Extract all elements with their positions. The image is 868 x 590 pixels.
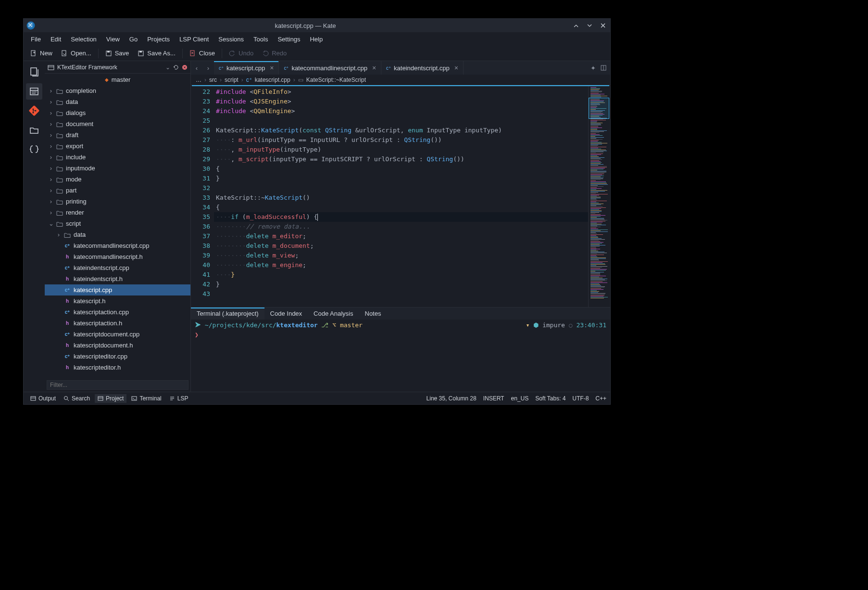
branch-name: master <box>112 76 131 83</box>
close-button[interactable] <box>599 21 607 30</box>
status-search[interactable]: Search <box>61 394 93 403</box>
language-mode[interactable]: C++ <box>595 395 606 402</box>
tree-file[interactable]: c⁺katescript.cpp <box>45 284 190 295</box>
svg-rect-9 <box>31 68 37 75</box>
menu-view[interactable]: View <box>102 34 124 45</box>
project-icon <box>48 64 54 71</box>
tree-folder[interactable]: ›include <box>45 152 190 163</box>
breadcrumb[interactable]: …› src› script› c⁺katescript.cpp› ▭KateS… <box>191 75 610 85</box>
code-content[interactable]: #include <QFileInfo>#include <QJSEngine>… <box>214 86 588 307</box>
save-button[interactable]: Save <box>101 48 133 59</box>
svg-point-25 <box>64 396 68 399</box>
tree-file[interactable]: hkatescriptaction.h <box>45 318 190 329</box>
file-tree[interactable]: ›completion›data›dialogs›document›draft›… <box>45 85 190 378</box>
tree-file[interactable]: hkatescripteditor.h <box>45 362 190 373</box>
status-terminal[interactable]: Terminal <box>128 394 164 403</box>
menu-help[interactable]: Help <box>305 34 327 45</box>
branch-bar[interactable]: ◆ master <box>45 74 190 85</box>
tree-file[interactable]: hkateindentscript.h <box>45 273 190 284</box>
tree-folder[interactable]: ›printing <box>45 196 190 207</box>
menu-edit[interactable]: Edit <box>46 34 65 45</box>
svg-rect-29 <box>132 397 137 400</box>
tree-file[interactable]: c⁺katescriptaction.cpp <box>45 307 190 318</box>
editor-tab[interactable]: c⁺katescript.cpp× <box>214 61 279 75</box>
chevron-down-icon[interactable]: ⌄ <box>165 64 170 71</box>
status-output[interactable]: Output <box>27 394 59 403</box>
save-as-button[interactable]: Save As... <box>134 48 179 59</box>
menu-projects[interactable]: Projects <box>143 34 174 45</box>
editor-tab[interactable]: c⁺katecommandlinescript.cpp× <box>279 61 381 75</box>
tree-folder[interactable]: ⌄script <box>45 218 190 229</box>
locale[interactable]: en_US <box>511 395 528 402</box>
bottom-tab[interactable]: Notes <box>359 308 387 320</box>
indent-settings[interactable]: Soft Tabs: 4 <box>535 395 566 402</box>
minimize-button[interactable] <box>572 21 580 30</box>
tree-folder[interactable]: ›inputmode <box>45 163 190 174</box>
bottom-tab[interactable]: Code Analysis <box>308 308 359 320</box>
terminal-panel[interactable]: ⮞ ~/projects/kde/src/ktexteditor ⎇ ⌥ mas… <box>191 320 610 392</box>
documents-icon[interactable] <box>26 64 42 80</box>
close-icon[interactable]: × <box>454 64 458 72</box>
tree-folder[interactable]: ›dialogs <box>45 107 190 118</box>
filesystem-icon[interactable] <box>26 122 42 138</box>
menu-selection[interactable]: Selection <box>66 34 101 45</box>
tree-file[interactable]: hkatescriptdocument.h <box>45 340 190 351</box>
bottom-tab[interactable]: Terminal (.kateproject) <box>191 308 264 320</box>
project-name: KTextEditor Framework <box>57 64 117 71</box>
tree-folder[interactable]: ›mode <box>45 174 190 185</box>
cursor-position[interactable]: Line 35, Column 28 <box>427 395 477 402</box>
tree-folder[interactable]: ›completion <box>45 85 190 96</box>
menu-sessions[interactable]: Sessions <box>214 34 248 45</box>
close-project-icon[interactable] <box>182 64 188 70</box>
tree-folder[interactable]: ›data <box>45 229 190 240</box>
tree-folder[interactable]: ›document <box>45 118 190 129</box>
symbols-icon[interactable] <box>26 141 42 157</box>
close-icon[interactable]: × <box>372 64 376 72</box>
project-tree-icon[interactable] <box>26 83 42 100</box>
tree-file[interactable]: c⁺katescripteditor.cpp <box>45 351 190 362</box>
svg-line-26 <box>67 399 69 401</box>
tab-nav-fwd[interactable]: › <box>202 61 214 75</box>
tree-folder[interactable]: ›export <box>45 141 190 152</box>
status-project[interactable]: Project <box>95 394 126 403</box>
open-button[interactable]: Open... <box>57 48 95 59</box>
tree-folder[interactable]: ›render <box>45 207 190 218</box>
undo-button[interactable]: Undo <box>225 48 257 59</box>
redo-button[interactable]: Redo <box>258 48 290 59</box>
menubar: FileEditSelectionViewGoProjectsLSP Clien… <box>24 32 610 46</box>
encoding[interactable]: UTF-8 <box>572 395 589 402</box>
code-editor[interactable]: 2223242526272829303132333435363738394041… <box>192 85 609 307</box>
tree-file[interactable]: hkatescript.h <box>45 295 190 307</box>
filter-input[interactable] <box>47 380 189 390</box>
menu-settings[interactable]: Settings <box>273 34 304 45</box>
toolbar: New Open... Save Save As... Close Undo R… <box>24 46 610 61</box>
status-lsp[interactable]: LSP <box>166 394 191 403</box>
svg-rect-5 <box>107 51 110 52</box>
pin-icon[interactable]: ✦ <box>591 64 596 72</box>
app-window: katescript.cpp — Kate FileEditSelectionV… <box>23 18 611 405</box>
git-icon[interactable] <box>26 103 42 119</box>
new-button[interactable]: New <box>26 48 56 59</box>
terminal-icon <box>131 396 137 401</box>
editor-mode[interactable]: INSERT <box>483 395 504 402</box>
menu-go[interactable]: Go <box>125 34 142 45</box>
tree-folder[interactable]: ›part <box>45 185 190 196</box>
tab-nav-back[interactable]: ‹ <box>191 61 202 75</box>
tree-folder[interactable]: ›draft <box>45 129 190 141</box>
bottom-tab[interactable]: Code Index <box>264 308 308 320</box>
minimap[interactable] <box>588 86 609 307</box>
tree-folder[interactable]: ›data <box>45 96 190 107</box>
tree-file[interactable]: c⁺katecommandlinescript.cpp <box>45 240 190 251</box>
maximize-button[interactable] <box>585 21 594 30</box>
tree-file[interactable]: hkatecommandlinescript.h <box>45 251 190 262</box>
menu-lsp-client[interactable]: LSP Client <box>175 34 213 45</box>
editor-tab[interactable]: c⁺kateindentscript.cpp× <box>381 61 464 75</box>
menu-file[interactable]: File <box>26 34 45 45</box>
close-file-button[interactable]: Close <box>186 48 219 59</box>
close-icon[interactable]: × <box>270 64 274 72</box>
tree-file[interactable]: c⁺katescriptdocument.cpp <box>45 329 190 340</box>
reload-icon[interactable] <box>173 64 179 70</box>
menu-tools[interactable]: Tools <box>249 34 272 45</box>
split-icon[interactable] <box>601 65 606 71</box>
tree-file[interactable]: c⁺kateindentscript.cpp <box>45 262 190 273</box>
